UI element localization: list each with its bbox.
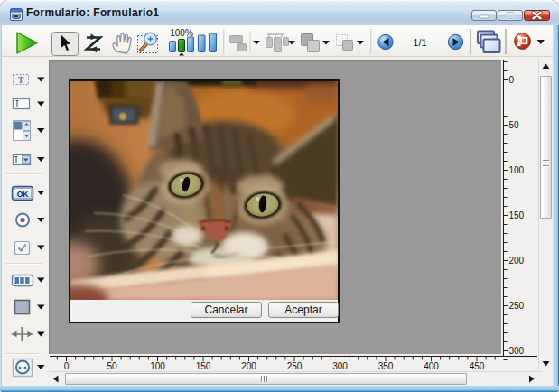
svg-text:100: 100 — [509, 165, 525, 175]
svg-text:450: 450 — [470, 361, 485, 371]
svg-text:150: 150 — [509, 210, 525, 220]
svg-text:50: 50 — [107, 361, 117, 371]
svg-text:OK: OK — [17, 190, 30, 199]
svg-text:0: 0 — [64, 361, 70, 371]
svg-text:250: 250 — [287, 361, 303, 371]
svg-text:100%: 100% — [170, 28, 193, 38]
svg-text:50: 50 — [509, 120, 520, 130]
svg-text:400: 400 — [424, 361, 439, 371]
svg-text:350: 350 — [378, 361, 394, 371]
svg-text:250: 250 — [509, 301, 525, 311]
svg-text:200: 200 — [241, 361, 256, 371]
svg-text:200: 200 — [509, 256, 525, 266]
svg-text:100: 100 — [150, 361, 165, 371]
svg-text:0: 0 — [509, 75, 515, 85]
svg-text:1/1: 1/1 — [413, 37, 426, 48]
svg-text:T: T — [18, 75, 24, 85]
svg-text:300: 300 — [332, 361, 348, 371]
svg-text:150: 150 — [196, 361, 211, 371]
